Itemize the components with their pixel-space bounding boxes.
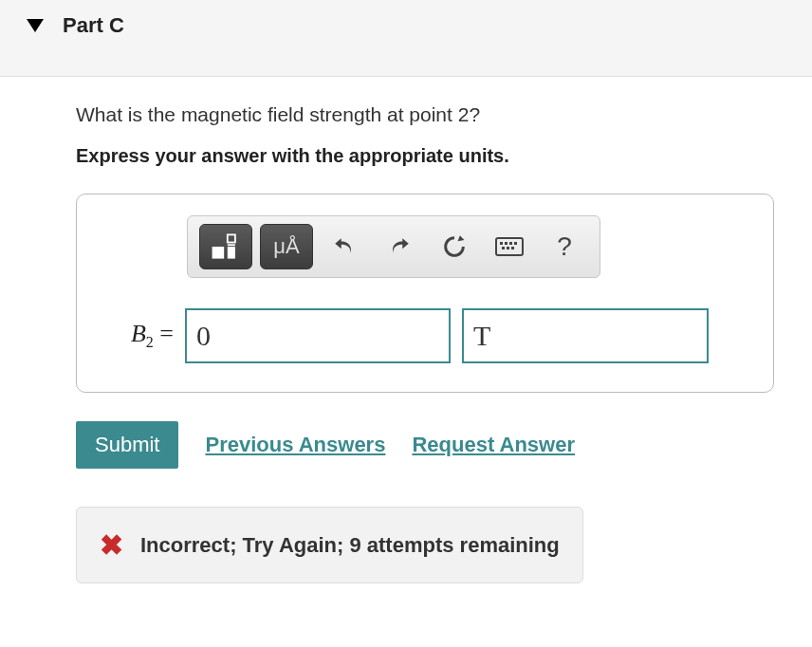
units-button[interactable]: μÅ bbox=[260, 224, 313, 269]
question-text: What is the magnetic field strength at p… bbox=[76, 103, 774, 126]
answer-box: μÅ bbox=[76, 194, 774, 393]
submit-button[interactable]: Submit bbox=[76, 421, 178, 469]
svg-rect-1 bbox=[228, 234, 235, 242]
redo-button[interactable] bbox=[376, 224, 423, 269]
reset-button[interactable] bbox=[431, 224, 478, 269]
variable-label: B2 = bbox=[98, 320, 174, 351]
collapse-caret-icon[interactable] bbox=[27, 19, 44, 32]
svg-rect-11 bbox=[511, 247, 514, 250]
svg-rect-7 bbox=[509, 242, 512, 245]
unit-input[interactable] bbox=[462, 308, 709, 363]
svg-rect-9 bbox=[502, 247, 505, 250]
request-answer-link[interactable]: Request Answer bbox=[412, 433, 575, 457]
part-title: Part C bbox=[63, 13, 124, 38]
previous-answers-link[interactable]: Previous Answers bbox=[205, 433, 385, 457]
formula-toolbar: μÅ bbox=[187, 215, 600, 278]
svg-rect-5 bbox=[500, 242, 503, 245]
keyboard-icon bbox=[495, 236, 524, 257]
feedback-box: ✖ Incorrect; Try Again; 9 attempts remai… bbox=[76, 507, 583, 583]
input-row: B2 = bbox=[98, 308, 752, 363]
svg-rect-6 bbox=[505, 242, 508, 245]
help-button[interactable]: ? bbox=[541, 224, 588, 269]
actions-row: Submit Previous Answers Request Answer bbox=[76, 421, 774, 469]
content-area: What is the magnetic field strength at p… bbox=[0, 77, 812, 612]
keyboard-button[interactable] bbox=[486, 224, 533, 269]
templates-button[interactable] bbox=[199, 224, 252, 269]
part-header: Part C bbox=[0, 0, 812, 77]
undo-icon bbox=[332, 234, 357, 259]
undo-button[interactable] bbox=[321, 224, 368, 269]
templates-icon bbox=[209, 230, 243, 264]
value-input[interactable] bbox=[185, 308, 451, 363]
svg-rect-10 bbox=[507, 247, 509, 250]
svg-rect-0 bbox=[212, 247, 225, 259]
incorrect-icon: ✖ bbox=[100, 528, 123, 562]
redo-icon bbox=[387, 234, 412, 259]
svg-rect-8 bbox=[514, 242, 517, 245]
instruction-text: Express your answer with the appropriate… bbox=[76, 145, 774, 167]
svg-rect-2 bbox=[228, 247, 235, 259]
feedback-text: Incorrect; Try Again; 9 attempts remaini… bbox=[140, 533, 560, 558]
reset-icon bbox=[441, 233, 468, 260]
